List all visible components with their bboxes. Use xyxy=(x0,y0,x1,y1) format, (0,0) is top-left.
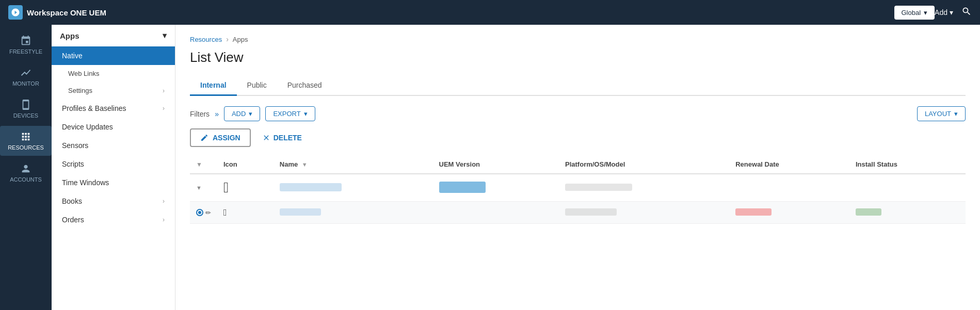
table-row: ✏  xyxy=(190,202,966,224)
delete-label: DELETE xyxy=(274,134,302,142)
sidebar-item-time-windows[interactable]: Time Windows xyxy=(52,173,175,192)
toolbar: Filters » ADD ▾ EXPORT ▾ LAYOUT ▾ xyxy=(190,106,966,121)
export-button[interactable]: EXPORT ▾ xyxy=(265,106,315,121)
left-nav: Apps ▾ Native Web Links Settings › Profi… xyxy=(52,25,175,310)
resources-icon xyxy=(20,131,31,142)
add-label: ADD xyxy=(232,110,246,118)
search-button[interactable] xyxy=(961,6,972,19)
page-title: List View xyxy=(190,50,966,66)
col-uem-version: UEM Version xyxy=(433,155,559,174)
layout-label: LAYOUT xyxy=(925,110,951,118)
filter-icon[interactable]: ▼ xyxy=(196,161,202,168)
row1-icon:  xyxy=(217,174,274,202)
filters-label: Filters xyxy=(190,110,210,118)
sidebar-item-scripts[interactable]: Scripts xyxy=(52,155,175,173)
row2-uem xyxy=(433,202,559,224)
chevron-right-icon: › xyxy=(163,105,165,112)
layout-button[interactable]: LAYOUT ▾ xyxy=(917,106,966,121)
sidebar-item-sensors[interactable]: Sensors xyxy=(52,136,175,155)
apple-icon:  xyxy=(223,180,229,195)
global-label: Global xyxy=(902,9,921,17)
chevron-right-icon: › xyxy=(163,87,165,94)
table-body: ▼  xyxy=(190,174,966,224)
row2-platform xyxy=(559,202,729,224)
sidebar-item-accounts[interactable]: ACCOUNTS xyxy=(0,158,52,188)
web-links-label: Web Links xyxy=(68,70,99,77)
chevron-down-icon: ▾ xyxy=(954,110,958,118)
monitor-icon xyxy=(20,67,31,78)
accounts-icon xyxy=(20,163,31,174)
add-label: Add xyxy=(935,8,947,17)
sidebar-label-monitor: MONITOR xyxy=(12,80,39,87)
edit-icon[interactable]: ✏ xyxy=(205,209,211,217)
app-logo: Workspace ONE UEM xyxy=(8,5,894,20)
tab-internal[interactable]: Internal xyxy=(190,76,237,96)
col-name[interactable]: Name ▼ xyxy=(274,155,433,174)
blurred-platform xyxy=(565,184,632,191)
delete-icon xyxy=(262,134,270,142)
blurred-status2 xyxy=(856,208,881,216)
sidebar-item-devices[interactable]: DEVICES xyxy=(0,94,52,124)
sidebar-item-monitor[interactable]: MONITOR xyxy=(0,62,52,92)
radio-button[interactable] xyxy=(196,209,203,216)
apple-icon-small:  xyxy=(223,207,227,218)
assign-icon xyxy=(200,134,208,142)
assign-label: ASSIGN xyxy=(213,134,240,142)
chevron-right-icon: › xyxy=(163,198,165,205)
row2-renewal xyxy=(729,202,849,224)
row1-platform xyxy=(559,174,729,202)
sort-icon: ▼ xyxy=(302,161,308,168)
row2-status xyxy=(849,202,966,224)
top-nav: Workspace ONE UEM Global ▾ Add ▾ xyxy=(0,0,980,25)
row1-expand[interactable]: ▼ xyxy=(190,174,217,202)
apps-label: Apps xyxy=(60,31,79,40)
settings-label: Settings xyxy=(68,87,92,94)
action-bar: ASSIGN DELETE xyxy=(190,128,966,147)
chevron-down-icon: ▾ xyxy=(163,31,167,40)
app-name: Workspace ONE UEM xyxy=(27,8,106,17)
delete-button[interactable]: DELETE xyxy=(255,129,309,146)
row2-icon:  xyxy=(217,202,274,224)
main-layout: FREESTYLE MONITOR DEVICES RESOURCES ACCO… xyxy=(0,25,980,310)
sidebar-label-accounts: ACCOUNTS xyxy=(10,176,42,183)
left-nav-apps-header[interactable]: Apps ▾ xyxy=(52,25,175,46)
data-table: ▼ Icon Name ▼ UEM Version Platform/OS/Mo… xyxy=(190,155,966,224)
books-label: Books xyxy=(62,197,82,205)
col-renewal-date: Renewal Date xyxy=(729,155,849,174)
filter-expand-icon[interactable]: » xyxy=(215,110,219,118)
breadcrumb: Resources › Apps xyxy=(190,35,966,43)
top-nav-right: Add ▾ xyxy=(935,6,972,19)
scripts-label: Scripts xyxy=(62,160,84,168)
sidebar-item-settings[interactable]: Settings › xyxy=(52,82,175,99)
col-icon: Icon xyxy=(217,155,274,174)
chevron-right-icon: › xyxy=(163,216,165,223)
logo-icon xyxy=(8,5,23,20)
tab-public[interactable]: Public xyxy=(237,76,277,96)
left-nav-apps-section: Apps ▾ Native Web Links Settings › Profi… xyxy=(52,25,175,229)
export-label: EXPORT xyxy=(273,110,300,118)
assign-button[interactable]: ASSIGN xyxy=(190,128,251,147)
sidebar-item-profiles-baselines[interactable]: Profiles & Baselines › xyxy=(52,99,175,118)
chevron-down-icon: ▾ xyxy=(249,110,252,118)
sidebar-item-native[interactable]: Native xyxy=(52,46,175,65)
breadcrumb-separator: › xyxy=(226,35,229,43)
add-button[interactable]: Add ▾ xyxy=(935,8,953,17)
sidebar-item-orders[interactable]: Orders › xyxy=(52,210,175,229)
sidebar-item-device-updates[interactable]: Device Updates xyxy=(52,118,175,136)
sidebar-item-freestyle[interactable]: FREESTYLE xyxy=(0,30,52,60)
blurred-platform-sm xyxy=(565,208,617,216)
main-content: Resources › Apps List View Internal Publ… xyxy=(175,25,980,310)
table-row: ▼  xyxy=(190,174,966,202)
sidebar-item-books[interactable]: Books › xyxy=(52,192,175,210)
chevron-down-icon: ▾ xyxy=(924,9,927,17)
sidebar-item-resources[interactable]: RESOURCES xyxy=(0,126,52,156)
chevron-down-icon: ▾ xyxy=(950,8,953,17)
sidebar-item-web-links[interactable]: Web Links xyxy=(52,65,175,82)
add-button[interactable]: ADD ▾ xyxy=(224,106,260,121)
blurred-name-sm xyxy=(280,208,321,216)
breadcrumb-parent[interactable]: Resources xyxy=(190,36,222,43)
global-button[interactable]: Global ▾ xyxy=(894,6,935,20)
time-windows-label: Time Windows xyxy=(62,178,109,187)
toolbar-left: Filters » ADD ▾ EXPORT ▾ xyxy=(190,106,315,121)
tab-purchased[interactable]: Purchased xyxy=(277,76,332,96)
